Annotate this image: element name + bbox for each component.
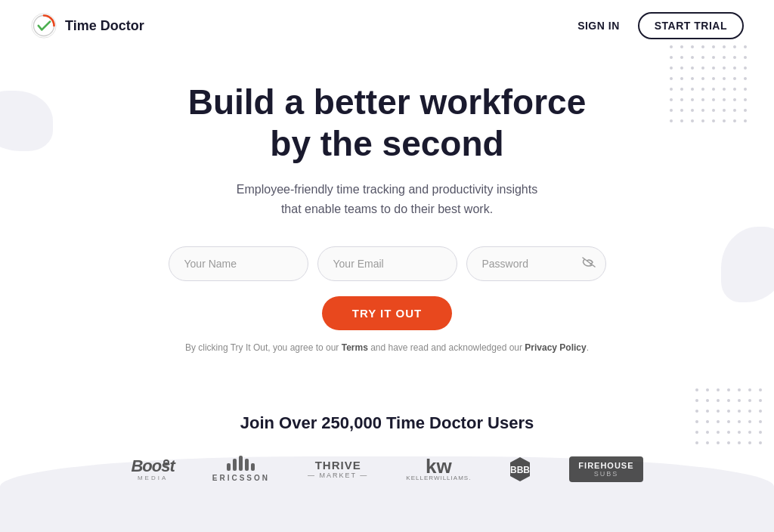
brand-logos-row: Boost MEDIA ERICSSON THRIVE — MARKET — k… (15, 456, 759, 483)
ericsson-logo: ERICSSON (212, 456, 270, 482)
thrive-sub: — MARKET — (308, 472, 368, 479)
kw-main: kw (426, 456, 452, 476)
firehouse-box: FIREHOUSE SUBS (569, 456, 642, 482)
password-wrapper (466, 246, 606, 281)
boost-logo: Boost MEDIA (131, 456, 174, 481)
logo[interactable]: Time Doctor (30, 12, 144, 39)
firehouse-name: FIREHOUSE (578, 461, 633, 470)
thrive-name: THRIVE (315, 459, 361, 472)
thrive-logo: THRIVE — MARKET — (308, 459, 368, 479)
main-content: Build a better workforce by the second E… (0, 51, 774, 413)
bbb-icon: BBB (509, 456, 531, 483)
firehouse-logo: FIREHOUSE SUBS (569, 456, 642, 482)
kw-sub: KELLERWILLIAMS. (406, 475, 471, 481)
boost-name: Boost (131, 456, 174, 476)
hero-subtitle: Employee-friendly time tracking and prod… (228, 180, 546, 218)
signup-form (138, 246, 636, 281)
bbb-logo: BBB (509, 456, 531, 483)
social-proof-title: Join Over 250,000 Time Doctor Users (15, 413, 759, 433)
logo-text: Time Doctor (65, 18, 144, 34)
svg-text:BBB: BBB (510, 465, 530, 475)
sign-in-button[interactable]: SIGN IN (577, 20, 620, 32)
logo-icon (30, 12, 57, 39)
name-input[interactable] (169, 246, 308, 281)
try-it-out-button[interactable]: TRY IT OUT (322, 296, 453, 330)
firehouse-sub: SUBS (578, 470, 633, 478)
terms-text: By clicking Try It Out, you agree to our… (185, 342, 589, 353)
hero-title: Build a better workforce by the second (188, 82, 587, 165)
privacy-policy-link[interactable]: Privacy Policy (525, 342, 586, 353)
start-trial-button[interactable]: START TRIAL (638, 12, 744, 39)
svg-point-0 (32, 14, 56, 38)
kw-logo: kw KELLERWILLIAMS. (406, 456, 471, 481)
header: Time Doctor SIGN IN START TRIAL (0, 0, 774, 51)
terms-link[interactable]: Terms (342, 342, 368, 353)
social-proof-section: Join Over 250,000 Time Doctor Users Boos… (0, 413, 774, 513)
password-toggle-icon[interactable] (582, 257, 596, 271)
email-input[interactable] (317, 246, 457, 281)
nav-right: SIGN IN START TRIAL (577, 12, 744, 39)
ericsson-name: ERICSSON (212, 474, 270, 482)
